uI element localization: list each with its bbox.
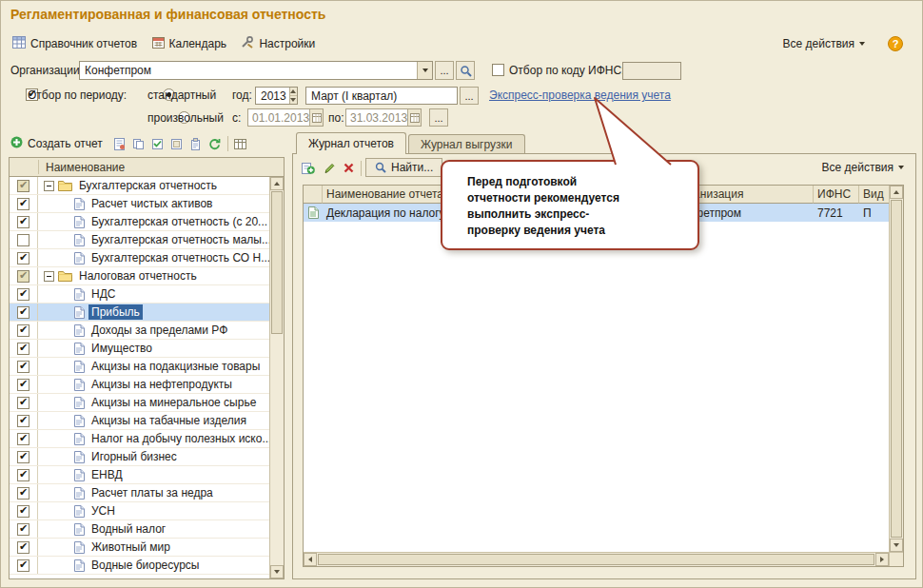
tree-row-checkbox[interactable] [17,469,29,481]
tree-row-checkbox[interactable] [17,433,29,445]
collapse-expander-icon[interactable] [44,181,54,191]
tree-row-checkbox[interactable] [17,523,29,536]
scroll-thumb[interactable] [318,554,874,565]
tree-row-checkbox[interactable] [17,343,29,355]
refresh-button[interactable] [206,134,225,153]
help-button[interactable]: ? [888,36,903,51]
tree-row[interactable]: Расчет платы за недра [10,484,269,502]
tree-row[interactable]: Водные биоресурсы [10,557,269,575]
copy-button[interactable] [129,134,148,153]
scroll-down-button[interactable] [270,565,284,578]
tree-row[interactable]: ЕНВД [10,466,269,484]
tree-row-checkbox[interactable] [17,415,29,427]
tree-row-checkbox[interactable] [17,451,29,463]
tree-row[interactable]: НДС [10,285,269,304]
tree-row-label: Животный мир [88,539,173,555]
column-ifns[interactable]: ИФНС [814,186,859,204]
tree-row-checkbox[interactable] [17,361,29,373]
tree-name-cell: Бухгалтерская отчетность СО Н... [38,249,269,266]
scroll-left-button[interactable] [304,553,317,566]
tree-row-checkbox[interactable] [17,541,29,554]
period-choose-button[interactable]: ... [429,108,448,127]
year-spin-buttons[interactable] [289,88,297,104]
tree-row[interactable]: Имущество [10,340,269,358]
tree-row-checkbox[interactable] [17,252,29,265]
report-form-button[interactable] [110,134,129,153]
tree-row-checkbox[interactable] [17,234,29,246]
spin-down-icon[interactable] [290,96,297,104]
tab-report-journal[interactable]: Журнал отчетов [296,132,406,154]
collapse-expander-icon[interactable] [44,271,54,282]
tree-row[interactable]: УСН [10,502,269,520]
scroll-up-button[interactable] [270,177,284,190]
tree-row-checkbox[interactable] [17,379,29,391]
reports-catalog-button[interactable]: Справочник отчетов [7,33,143,54]
tree-header[interactable]: Наименование [10,158,284,177]
quarter-field[interactable]: Март (I квартал) [305,87,458,105]
tree-row-checkbox[interactable] [17,306,29,319]
tree-row-checkbox[interactable] [17,397,29,409]
list-settings-button[interactable] [231,134,250,153]
tree-row-checkbox[interactable] [17,288,29,301]
tree-row[interactable]: Бухгалтерская отчетность малы... [10,231,269,249]
document-icon [73,324,85,337]
tree-row[interactable]: Акцизы на минеральное сырье [10,394,269,412]
tree-row[interactable]: Доходы за пределами РФ [10,322,269,340]
scroll-down-button[interactable] [890,539,903,552]
tree-row[interactable]: Прибыль [10,304,269,322]
tree-row[interactable]: Животный мир [10,539,269,557]
ifns-filter-checkbox[interactable] [492,64,504,76]
set-marks-button[interactable] [148,134,167,153]
add-plus-icon [302,161,315,174]
tree-row-checkbox[interactable] [17,270,29,283]
journal-all-actions-button[interactable]: Все действия [822,161,904,174]
column-icon[interactable] [304,186,323,204]
tree-row[interactable]: Акцизы на табачные изделия [10,412,269,430]
tree-row[interactable]: Налог на добычу полезных иско... [10,430,269,448]
tree-row[interactable]: Бухгалтерская отчетность (с 20... [10,213,269,231]
magnifier-icon [375,162,386,173]
tree-row[interactable]: Акцизы на нефтепродукты [10,376,269,394]
delete-report-button[interactable] [339,158,358,177]
top-all-actions-button[interactable]: Все действия [783,37,865,50]
tab-upload-journal[interactable]: Журнал выгрузки [408,134,525,153]
tree-row-checkbox[interactable] [17,198,29,210]
create-report-button[interactable]: Создать отчет [9,133,108,154]
grid-vertical-scrollbar[interactable] [889,186,903,552]
org-value: Конфетпром [85,64,417,77]
tree-row-checkbox[interactable] [17,324,29,337]
tree-row[interactable]: Бухгалтерская отчетность [10,177,269,195]
tree-row[interactable]: Игорный бизнес [10,448,269,466]
org-open-button[interactable] [456,61,475,80]
tree-row[interactable]: Бухгалтерская отчетность СО Н... [10,249,269,267]
clipboard-button[interactable] [187,134,206,153]
add-report-button[interactable] [299,158,318,177]
settings-button[interactable]: Настройки [235,33,321,54]
tree-row-checkbox[interactable] [17,505,29,518]
year-spinner[interactable]: 2013 [255,87,298,105]
clear-marks-button[interactable] [167,134,187,153]
find-button[interactable]: Найти... [365,158,442,177]
edit-report-button[interactable] [320,158,339,177]
scroll-thumb[interactable] [891,200,902,538]
tree-row[interactable]: Акцизы на подакцизные товары [10,358,269,376]
tree-vertical-scrollbar[interactable] [269,177,284,578]
tree-row-checkbox[interactable] [17,559,29,572]
scroll-thumb[interactable] [271,191,283,334]
scroll-up-button[interactable] [890,186,903,199]
tree-row-checkbox[interactable] [17,180,29,192]
org-combo-field[interactable]: Конфетпром [79,61,433,80]
scroll-right-button[interactable] [875,553,889,566]
tree-row-checkbox[interactable] [17,216,29,228]
column-kind[interactable]: Вид [859,186,889,204]
tree-row[interactable]: Расчет чистых активов [10,195,269,213]
tree-row[interactable]: Водный налог [10,520,269,539]
tree-row[interactable]: Налоговая отчетность [10,267,269,285]
org-dropdown-button[interactable] [417,62,432,79]
spin-up-icon[interactable] [290,88,297,96]
calendar-button[interactable]: Календарь [147,33,233,54]
org-choose-button[interactable]: ... [435,61,454,80]
quarter-choose-button[interactable]: ... [460,87,479,105]
grid-horizontal-scrollbar[interactable] [304,552,889,566]
tree-row-checkbox[interactable] [17,487,29,500]
